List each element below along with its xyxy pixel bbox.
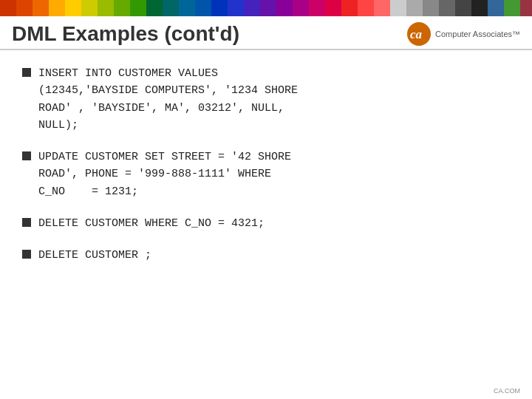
logo-area: ca Computer Associates™ (407, 22, 520, 46)
bullet-item: DELETE CUSTOMER ; (22, 247, 510, 264)
color-squares (0, 0, 532, 16)
color-square (98, 0, 114, 16)
svg-text:ca: ca (410, 27, 423, 41)
page-title: DML Examples (cont'd) (12, 22, 239, 46)
color-square (488, 0, 504, 16)
color-square (244, 0, 260, 16)
color-square (0, 0, 16, 16)
color-square (49, 0, 65, 16)
bullet-icon (22, 218, 31, 227)
color-square (163, 0, 179, 16)
color-square (179, 0, 195, 16)
color-square (195, 0, 211, 16)
bullets-container: INSERT INTO CUSTOMER VALUES (12345,'BAYS… (22, 65, 510, 264)
color-square (228, 0, 244, 16)
bullet-icon (22, 151, 31, 160)
color-square (130, 0, 146, 16)
footer-text: CA.COM (494, 387, 520, 395)
color-square (504, 0, 520, 16)
bullet-item: UPDATE CUSTOMER SET STREET = '42 SHORE R… (22, 149, 510, 200)
color-square (520, 0, 532, 16)
color-square (211, 0, 228, 16)
bullet-icon (22, 250, 31, 259)
header: DML Examples (cont'd) ca Computer Associ… (0, 16, 532, 50)
color-square (423, 0, 439, 16)
color-square (33, 0, 49, 16)
color-square (293, 0, 309, 16)
color-square (65, 0, 81, 16)
top-color-bar (0, 0, 532, 16)
color-square (374, 0, 390, 16)
logo-icon: ca (407, 22, 431, 46)
color-square (114, 0, 130, 16)
main-content: INSERT INTO CUSTOMER VALUES (12345,'BAYS… (0, 50, 532, 293)
color-square (16, 0, 33, 16)
code-block: DELETE CUSTOMER WHERE C_NO = 4321; (38, 215, 265, 232)
color-square (276, 0, 293, 16)
color-square (455, 0, 471, 16)
color-square (146, 0, 163, 16)
color-square (390, 0, 406, 16)
color-square (341, 0, 358, 16)
color-square (358, 0, 374, 16)
color-square (325, 0, 341, 16)
bullet-icon (22, 68, 31, 77)
footer: CA.COM (494, 387, 520, 395)
bullet-item: INSERT INTO CUSTOMER VALUES (12345,'BAYS… (22, 65, 510, 134)
code-block: UPDATE CUSTOMER SET STREET = '42 SHORE R… (38, 149, 291, 200)
color-square (471, 0, 488, 16)
code-block: DELETE CUSTOMER ; (38, 247, 151, 264)
color-square (309, 0, 325, 16)
color-square (406, 0, 423, 16)
company-name: Computer Associates™ (435, 30, 520, 38)
color-square (439, 0, 455, 16)
bullet-item: DELETE CUSTOMER WHERE C_NO = 4321; (22, 215, 510, 232)
code-block: INSERT INTO CUSTOMER VALUES (12345,'BAYS… (38, 65, 298, 134)
color-square (81, 0, 98, 16)
color-square (260, 0, 276, 16)
